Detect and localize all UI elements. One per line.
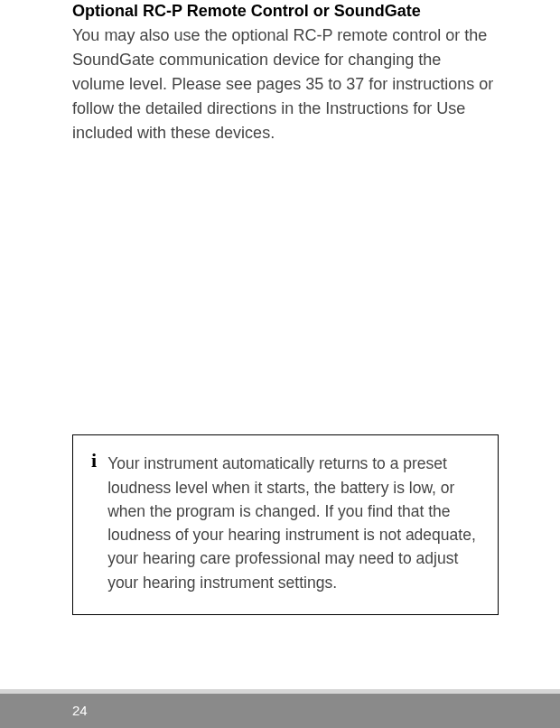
- footer-stripe-dark: 24: [0, 694, 560, 728]
- info-callout: i Your instrument automatically returns …: [72, 434, 499, 615]
- section-heading: Optional RC-P Remote Control or SoundGat…: [72, 0, 497, 22]
- info-text: Your instrument automatically returns to…: [107, 452, 480, 594]
- section-body: You may also use the optional RC-P remot…: [72, 23, 497, 145]
- page-number: 24: [72, 703, 88, 718]
- info-icon: i: [91, 450, 97, 471]
- page-footer: 24: [0, 689, 560, 728]
